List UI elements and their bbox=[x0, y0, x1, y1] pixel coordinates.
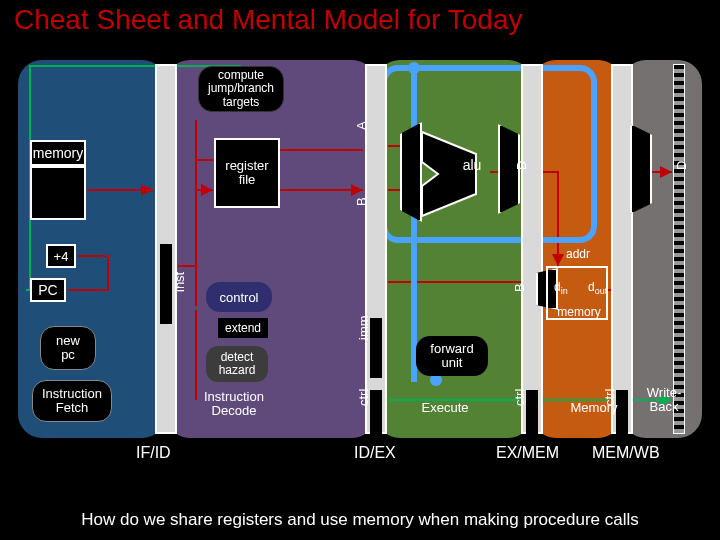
instruction-memory bbox=[30, 166, 86, 220]
slide-footer-question: How do we share registers and use memory… bbox=[0, 510, 720, 530]
writeback-label: Write- Back bbox=[634, 380, 694, 420]
pipeline-reg-exmem bbox=[521, 64, 543, 434]
pipeline-reg-memwb bbox=[611, 64, 633, 434]
reg-label-idex: ID/EX bbox=[354, 444, 396, 462]
forward-unit: forward unit bbox=[416, 336, 488, 376]
pipeline-reg-ifid bbox=[155, 64, 177, 434]
slide-title: Cheat Sheet and Mental Model for Today bbox=[14, 4, 706, 36]
mem-din-label: din bbox=[554, 280, 568, 296]
alu-label: alu bbox=[456, 154, 488, 176]
hazard-detect: detect hazard bbox=[206, 346, 268, 382]
pc-register: PC bbox=[30, 278, 66, 302]
reg-label-memwb: MEM/WB bbox=[592, 444, 660, 462]
port-d-memwb: D bbox=[674, 161, 689, 170]
instruction-fetch-label: Instruction Fetch bbox=[32, 380, 112, 422]
pc-plus4-adder: +4 bbox=[46, 244, 76, 268]
port-a: A bbox=[354, 121, 369, 130]
port-imm: imm bbox=[356, 315, 371, 340]
port-b-exmem: B bbox=[512, 283, 527, 292]
execute-label: Execute bbox=[414, 396, 476, 418]
reg-label-exmem: EX/MEM bbox=[496, 444, 559, 462]
port-ctrl-idex: ctrl bbox=[356, 389, 371, 406]
new-pc-label: new pc bbox=[40, 326, 96, 370]
imem-label: memory bbox=[30, 140, 86, 166]
stage-ex bbox=[376, 60, 532, 438]
reg-label-ifid: IF/ID bbox=[136, 444, 171, 462]
sign-extend: extend bbox=[218, 318, 268, 338]
pipeline-reg-idex bbox=[365, 64, 387, 434]
port-b: B bbox=[354, 197, 369, 206]
stage-id bbox=[166, 60, 376, 438]
compute-branch-targets: compute jump/branch targets bbox=[198, 66, 284, 112]
mem-addr-label: addr bbox=[558, 246, 598, 262]
wb-result-mux bbox=[630, 124, 652, 214]
alu-input-mux bbox=[400, 122, 422, 222]
pipeline-diagram: memory +4 PC new pc Instruction Fetch co… bbox=[18, 50, 702, 470]
instruction-decode-label: Instruction Decode bbox=[194, 386, 274, 422]
port-ctrl-memwb: ctrl bbox=[602, 389, 617, 406]
port-d-exmem: D bbox=[514, 161, 529, 170]
mem-dout-label: dout bbox=[588, 280, 607, 296]
port-inst: inst bbox=[172, 272, 187, 292]
wb-mux-bar bbox=[673, 64, 685, 434]
register-file: register file bbox=[214, 138, 280, 208]
control-unit: control bbox=[206, 282, 272, 312]
port-ctrl-exmem: ctrl bbox=[512, 389, 527, 406]
data-memory-label: memory bbox=[552, 304, 606, 320]
